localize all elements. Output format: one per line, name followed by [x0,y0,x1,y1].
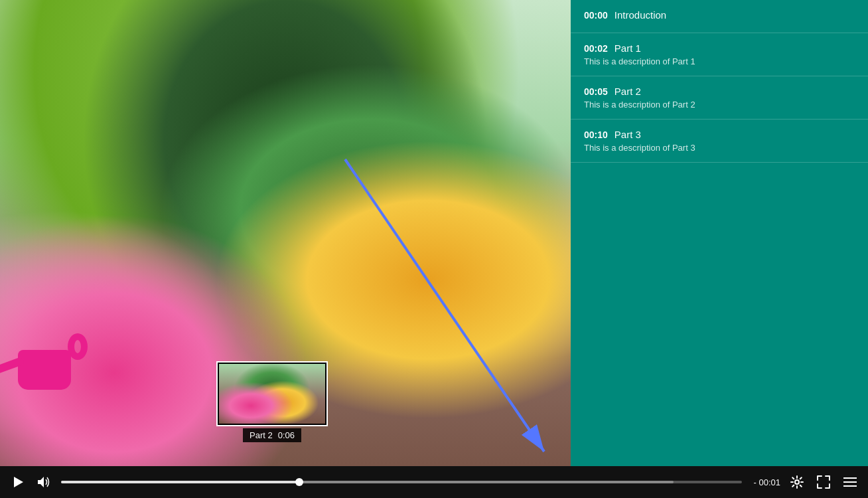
fullscreen-svg [817,475,830,489]
chapter-header-1: 00:02 Part 1 [584,42,855,54]
progress-played [61,481,299,483]
thumbnail-label: Part 2 0:06 [243,428,301,442]
svg-marker-3 [38,477,44,487]
watering-can-decoration [11,330,91,396]
volume-button[interactable] [35,472,54,492]
gear-icon [790,475,804,489]
thumbnail-image [219,364,325,424]
thumbnail-chapter: Part 2 [250,430,273,440]
progress-track[interactable] [61,481,742,483]
chapters-sidebar: 00:00 Introduction 00:02 Part 1 This is … [571,0,868,466]
svg-marker-2 [14,477,23,487]
play-icon [11,475,25,489]
chapter-title-1: Part 1 [615,42,641,54]
player-container: Part 2 0:06 00:00 Introduction 00:02 Par… [0,0,868,498]
chapter-time-1: 00:02 [584,43,608,54]
volume-svg [37,476,52,488]
fullscreen-icon [816,475,831,489]
chapter-desc-2: This is a description of Part 2 [584,100,855,110]
volume-icon [37,475,52,489]
chapter-item-1[interactable]: 00:02 Part 1 This is a description of Pa… [571,33,868,76]
chapter-desc-1: This is a description of Part 1 [584,56,855,66]
chapter-title-0: Introduction [615,9,666,21]
progress-thumb [295,478,303,486]
progress-buffered [299,481,674,483]
chapter-header-0: 00:00 Introduction [584,9,855,21]
controls-bar: - 00:01 [0,466,868,498]
thumbnail-popup: Part 2 0:06 [216,361,328,426]
list-svg [843,477,857,487]
chapter-header-3: 00:10 Part 3 [584,129,855,140]
watering-can-body [18,350,71,390]
main-area: Part 2 0:06 00:00 Introduction 00:02 Par… [0,0,868,466]
chapter-time-2: 00:05 [584,86,608,97]
settings-button[interactable] [787,472,807,492]
video-placeholder: Part 2 0:06 [0,0,571,466]
time-remaining: - 00:01 [754,477,780,487]
thumbnail-time: 0:06 [278,430,295,440]
fullscreen-button[interactable] [814,472,833,492]
gear-svg [790,475,804,489]
play-button[interactable] [8,472,28,492]
chapter-time-0: 00:00 [584,10,608,21]
chapter-item-0[interactable]: 00:00 Introduction [571,0,868,33]
chapter-item-3[interactable]: 00:10 Part 3 This is a description of Pa… [571,120,868,163]
play-svg [12,476,24,488]
chapter-title-2: Part 2 [615,86,641,97]
svg-point-4 [795,480,799,484]
video-area[interactable]: Part 2 0:06 [0,0,571,466]
chapter-time-3: 00:10 [584,129,608,140]
chapter-title-3: Part 3 [615,129,641,140]
chapter-desc-3: This is a description of Part 3 [584,143,855,153]
chapter-item-2[interactable]: 00:05 Part 2 This is a description of Pa… [571,76,868,120]
progress-container[interactable] [61,481,742,483]
chapter-header-2: 00:05 Part 2 [584,86,855,97]
chapters-button[interactable] [840,472,860,492]
list-icon [843,475,857,489]
